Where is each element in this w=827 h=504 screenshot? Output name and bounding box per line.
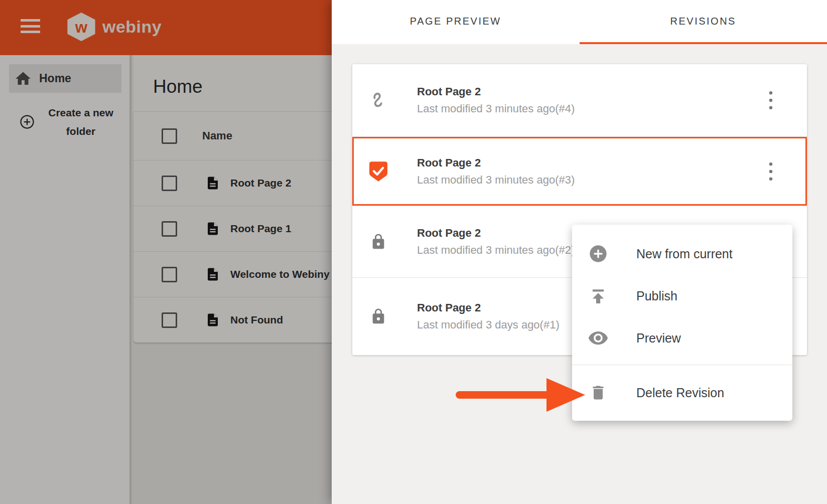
published-shield-check-icon — [369, 161, 388, 182]
more-vertical-icon[interactable] — [763, 88, 779, 112]
menu-item-label: New from current — [636, 247, 733, 261]
revision-title: Root Page 2 — [417, 227, 575, 240]
menu-item-preview[interactable]: Preview — [572, 317, 792, 359]
webiny-admin-app: w webiny Home Create a new folder — [0, 0, 827, 504]
tab-page-preview[interactable]: PAGE PREVIEW — [332, 0, 580, 44]
revision-meta: Last modified 3 minutes ago(#3) — [417, 174, 575, 187]
revision-item-selected[interactable]: Root Page 2 Last modified 3 minutes ago(… — [352, 136, 807, 206]
revision-item[interactable]: Root Page 2 Last modified 3 minutes ago(… — [352, 64, 807, 136]
modal-dim-overlay[interactable] — [0, 0, 332, 504]
revision-text: Root Page 2 Last modified 3 minutes ago(… — [417, 156, 575, 187]
locked-icon — [369, 233, 388, 250]
revision-title: Root Page 2 — [417, 301, 560, 314]
tab-revisions[interactable]: REVISIONS — [580, 0, 827, 44]
revision-meta: Last modified 3 minutes ago(#4) — [417, 102, 575, 115]
locked-icon — [369, 308, 388, 325]
revision-meta: Last modified 3 days ago(#1) — [417, 318, 560, 331]
annotation-arrow-icon — [456, 376, 586, 416]
left-pane: w webiny Home Create a new folder — [0, 0, 332, 504]
eye-icon — [587, 327, 609, 349]
draft-squiggle-icon — [369, 91, 388, 110]
menu-item-new-from-current[interactable]: New from current — [572, 233, 792, 275]
tab-label: PAGE PREVIEW — [410, 16, 501, 27]
menu-item-label: Publish — [636, 289, 677, 303]
revision-title: Root Page 2 — [417, 156, 575, 170]
menu-item-label: Preview — [636, 331, 681, 346]
menu-item-label: Delete Revision — [636, 386, 724, 400]
revision-context-menu: New from current Publish Preview — [572, 225, 792, 421]
drawer-tabbar: PAGE PREVIEW REVISIONS — [332, 0, 827, 44]
revision-text: Root Page 2 Last modified 3 minutes ago(… — [417, 227, 575, 257]
trash-icon — [587, 384, 609, 402]
menu-item-publish[interactable]: Publish — [572, 275, 792, 317]
publish-icon — [587, 286, 609, 305]
more-vertical-icon[interactable] — [763, 159, 779, 184]
tab-label: REVISIONS — [670, 16, 736, 27]
revision-meta: Last modified 3 minutes ago(#2) — [417, 244, 575, 257]
add-circle-icon — [587, 244, 609, 264]
revisions-drawer: PAGE PREVIEW REVISIONS Root Page 2 Last … — [332, 0, 827, 504]
revision-text: Root Page 2 Last modified 3 minutes ago(… — [417, 85, 575, 115]
revision-text: Root Page 2 Last modified 3 days ago(#1) — [417, 301, 560, 331]
revision-title: Root Page 2 — [417, 85, 575, 98]
menu-item-delete-revision[interactable]: Delete Revision — [572, 365, 792, 420]
